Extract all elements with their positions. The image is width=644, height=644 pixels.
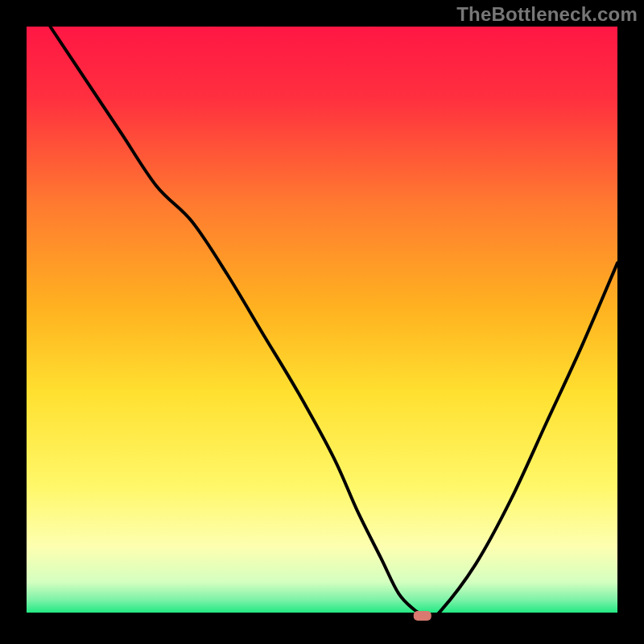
chart-root: TheBottleneck.com (0, 0, 644, 644)
bottleneck-chart (0, 0, 644, 644)
watermark-label: TheBottleneck.com (456, 3, 638, 26)
svg-rect-0 (27, 27, 617, 617)
svg-rect-2 (414, 611, 431, 621)
